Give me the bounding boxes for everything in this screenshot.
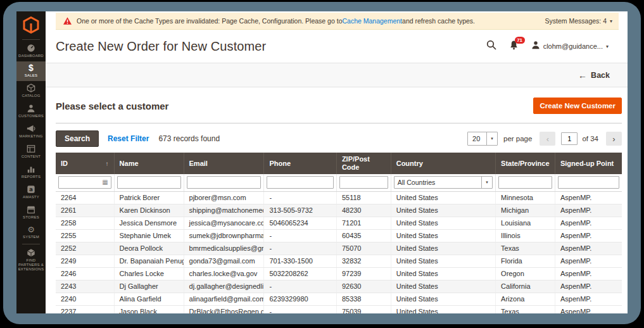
state-filter-input[interactable] — [498, 176, 552, 189]
sidebar-item-label: DASHBOARD — [18, 54, 44, 58]
column-label: ID — [61, 160, 68, 167]
table-row[interactable]: 2240 Alina Garfield alinagarfield@gmail.… — [56, 293, 622, 306]
cell-email: jessica@mysanocare.com — [184, 217, 264, 230]
user-icon — [531, 41, 540, 52]
table-row[interactable]: 2246 Charles Locke charles.locke@va.gov … — [56, 268, 622, 281]
column-header-email[interactable]: Email — [184, 153, 264, 174]
cell-country: United States — [391, 205, 495, 217]
chevron-down-icon: ▾ — [610, 18, 612, 24]
table-row[interactable]: 2252 Deora Pollock bmrmedicalsupplies@gm… — [56, 243, 622, 255]
cell-country: United States — [391, 255, 495, 268]
signup-filter-input[interactable] — [558, 176, 619, 189]
sidebar-divider — [22, 39, 40, 40]
cell-email: DrBlack@EthosRegen.com — [184, 306, 264, 314]
zip-filter-input[interactable] — [339, 176, 388, 189]
back-arrow-icon: ← — [578, 71, 587, 80]
table-row[interactable]: 2255 Stephanie Umek sumek@jdbrownpharmac… — [56, 230, 622, 243]
cell-id: 2237 — [56, 306, 114, 314]
table-row[interactable]: 2243 Dj Gallagher dj.gallagher@designedl… — [56, 281, 622, 293]
table-row[interactable]: 2237 Jason Black DrBlack@EthosRegen.com … — [56, 306, 622, 314]
cell-country: United States — [391, 230, 495, 243]
sidebar-item-marketing[interactable]: MARKETING — [16, 122, 46, 142]
search-icon[interactable] — [486, 40, 496, 53]
email-filter-input[interactable] — [187, 176, 262, 189]
cell-name: Dj Gallagher — [114, 281, 184, 293]
notice-text: One or more of the Cache Types are inval… — [77, 17, 342, 25]
catalog-icon — [27, 84, 35, 92]
cell-state: Texas — [496, 306, 555, 314]
search-button[interactable]: Search — [56, 130, 99, 147]
table-row[interactable]: 2258 Jessica Densmore jessica@mysanocare… — [56, 217, 622, 230]
column-header-state[interactable]: State/Province — [496, 153, 555, 174]
system-messages-dropdown[interactable]: System Messages: 4 ▾ — [545, 17, 612, 25]
grid-controls-row: Search Reset Filter 673 records found 20… — [56, 130, 622, 147]
column-header-phone[interactable]: Phone — [264, 153, 336, 174]
stores-icon — [27, 205, 35, 214]
sidebar-item-amasty[interactable]: a AMASTY — [16, 182, 46, 203]
sidebar-item-find-partners[interactable]: FIND PARTNERS & EXTENSIONS — [16, 246, 46, 275]
sidebar-item-customers[interactable]: CUSTOMERS — [16, 101, 46, 122]
filter-cell — [336, 174, 391, 192]
content-area: Please select a customer Create New Cust… — [46, 87, 628, 313]
column-header-name[interactable]: Name — [114, 153, 184, 174]
sidebar-item-label: FIND PARTNERS & EXTENSIONS — [18, 258, 44, 272]
filter-cell — [555, 174, 622, 192]
cell-country: United States — [391, 192, 495, 205]
system-icon: ⚙ — [27, 225, 35, 234]
cell-country: United States — [391, 306, 495, 314]
sidebar-item-system[interactable]: ⚙ SYSTEM — [16, 223, 46, 243]
back-button[interactable]: ← Back — [578, 71, 610, 80]
table-row[interactable]: 2249 Dr. Bapanaiah Penugonda gonda73@gma… — [56, 255, 622, 268]
table-row[interactable]: 2261 Karen Dickinson shipping@matchoneme… — [56, 205, 622, 217]
sidebar-item-stores[interactable]: STORES — [16, 203, 46, 223]
sidebar-item-content[interactable]: CONTENT — [16, 142, 46, 162]
cell-phone: - — [264, 281, 336, 293]
cell-id: 2240 — [56, 293, 114, 306]
previous-page-button[interactable]: ‹ — [540, 132, 555, 146]
reset-filter-link[interactable]: Reset Filter — [108, 134, 149, 143]
cell-country: United States — [391, 281, 495, 293]
page-number-input[interactable] — [561, 132, 578, 145]
cell-id: 2249 — [56, 255, 114, 268]
sidebar-item-dashboard[interactable]: DASHBOARD — [16, 41, 46, 61]
sidebar-item-label: CONTENT — [22, 155, 41, 159]
notifications-bell[interactable]: 71 — [509, 40, 519, 53]
cell-email: sumek@jdbrownpharmacy.com — [184, 230, 264, 243]
cell-zip: 75039 — [336, 306, 391, 314]
cell-country: United States — [391, 268, 495, 281]
admin-screen: DASHBOARD $ SALES CATALOG CUSTOMERS — [16, 11, 628, 313]
chevron-down-icon: ▾ — [481, 177, 492, 188]
cell-signup: AspenMP. — [555, 281, 622, 293]
user-menu[interactable]: clohm@guidance... ▾ — [531, 41, 609, 52]
sidebar-item-reports[interactable]: REPORTS — [16, 162, 46, 182]
sidebar-item-label: REPORTS — [22, 175, 41, 179]
cell-zip: 48230 — [336, 205, 391, 217]
name-filter-input[interactable] — [117, 176, 181, 189]
range-grid-icon[interactable]: ▦ — [102, 178, 108, 187]
column-header-zip[interactable]: ZIP/Post Code — [336, 153, 391, 174]
per-page-label: per page — [503, 135, 532, 142]
sidebar-item-label: STORES — [23, 215, 39, 220]
column-header-country[interactable]: Country — [391, 153, 495, 174]
next-page-button[interactable]: › — [606, 132, 622, 146]
amasty-icon: a — [27, 185, 35, 194]
sidebar-item-catalog[interactable]: CATALOG — [16, 81, 46, 101]
cell-signup: AspenMP. — [555, 243, 622, 255]
find-partners-icon — [27, 248, 35, 257]
country-filter-select[interactable]: All Countries ▾ — [394, 176, 493, 189]
create-new-customer-button[interactable]: Create New Customer — [533, 98, 622, 114]
magento-logo[interactable] — [16, 11, 46, 38]
column-header-signup[interactable]: Signed-up Point — [555, 153, 622, 174]
column-header-id[interactable]: ID ↑ — [56, 153, 114, 174]
cell-zip: 85338 — [336, 293, 391, 306]
table-row[interactable]: 2264 Patrick Borer pjborer@msn.com - 551… — [56, 192, 622, 205]
cell-state: Michigan — [496, 205, 555, 217]
per-page-select[interactable]: 20 ▾ — [467, 132, 498, 146]
cell-email: shipping@matchonemedical.com — [184, 205, 264, 217]
cell-email: pjborer@msn.com — [184, 192, 264, 205]
cell-signup: AspenMP. — [555, 230, 622, 243]
cache-management-link[interactable]: Cache Management — [342, 17, 402, 25]
sidebar-item-label: MARKETING — [19, 134, 42, 139]
sidebar-item-sales[interactable]: $ SALES — [16, 61, 46, 81]
phone-filter-input[interactable] — [267, 176, 333, 189]
